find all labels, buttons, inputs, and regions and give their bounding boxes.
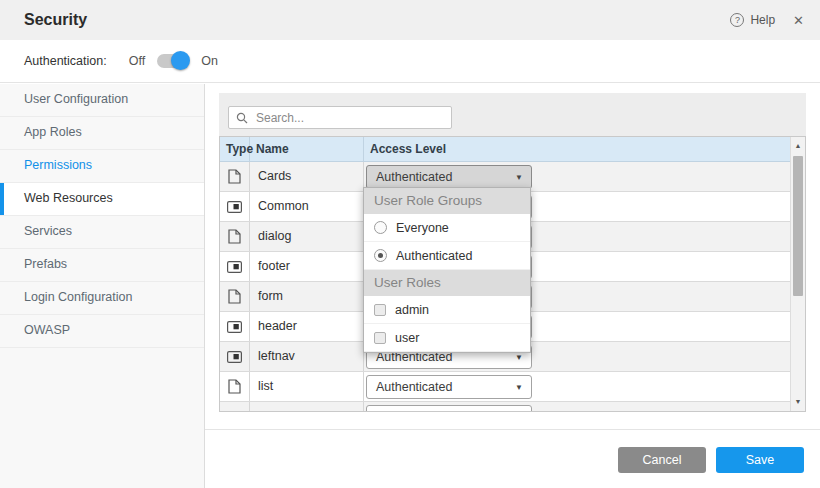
dropdown-option-user[interactable]: user — [364, 324, 530, 352]
table-row: listAuthenticated▼ — [220, 372, 790, 402]
access-level-select[interactable]: ▼ — [366, 405, 532, 412]
page-icon — [228, 379, 241, 394]
select-value: Authenticated — [376, 380, 452, 394]
authentication-toggle[interactable] — [157, 54, 187, 68]
page-icon — [228, 289, 241, 304]
help-label[interactable]: Help — [750, 13, 775, 27]
partial-icon — [227, 351, 242, 363]
access-level-select[interactable]: Authenticated▼ — [366, 165, 532, 189]
sidebar-item-services[interactable]: Services — [0, 216, 204, 249]
partial-icon — [227, 261, 242, 273]
toggle-off-label: Off — [129, 54, 145, 68]
checkbox-icon[interactable] — [374, 332, 386, 344]
name-cell: list — [250, 372, 364, 401]
sidebar-item-user-configuration[interactable]: User Configuration — [0, 84, 204, 117]
page-title: Security — [24, 0, 87, 40]
name-cell: form — [250, 282, 364, 311]
search-box[interactable] — [228, 106, 452, 129]
column-header-name: Name — [250, 137, 364, 162]
help-icon[interactable]: ? — [730, 13, 744, 27]
dropdown-option-authenticated[interactable]: Authenticated — [364, 242, 530, 270]
search-icon — [236, 112, 248, 124]
sidebar-item-login-configuration[interactable]: Login Configuration — [0, 282, 204, 315]
page-icon — [228, 169, 241, 184]
grid-toolbar — [219, 93, 806, 136]
column-header-type: Type — [220, 137, 250, 162]
dropdown-option-admin[interactable]: admin — [364, 296, 530, 324]
type-cell — [220, 402, 250, 412]
sidebar-item-app-roles[interactable]: App Roles — [0, 117, 204, 150]
scrollbar-thumb[interactable] — [793, 156, 803, 296]
authentication-row: Authentication: Off On — [0, 40, 820, 83]
sidebar: User ConfigurationApp RolesPermissionsWe… — [0, 84, 205, 488]
dropdown-group-header: User Role Groups — [364, 188, 530, 214]
footer-actions: Cancel Save — [608, 447, 804, 473]
sidebar-item-prefabs[interactable]: Prefabs — [0, 249, 204, 282]
type-cell — [220, 162, 250, 191]
name-cell: header — [250, 312, 364, 341]
dropdown-group-header: User Roles — [364, 270, 530, 296]
sidebar-item-permissions[interactable]: Permissions — [0, 150, 204, 183]
type-cell — [220, 252, 250, 281]
option-label: Everyone — [396, 221, 449, 235]
name-cell: Common — [250, 192, 364, 221]
toggle-knob[interactable] — [171, 51, 190, 70]
save-button[interactable]: Save — [716, 447, 804, 473]
sidebar-item-owasp[interactable]: OWASP — [0, 315, 204, 348]
checkbox-icon[interactable] — [374, 304, 386, 316]
partial-icon — [227, 201, 242, 213]
main-content: Type Name Access Level CardsAuthenticate… — [205, 84, 820, 488]
authentication-label: Authentication: — [24, 54, 107, 68]
type-cell — [220, 342, 250, 371]
select-value: Authenticated — [376, 170, 452, 184]
access-level-select[interactable]: Authenticated▼ — [366, 375, 532, 399]
search-input[interactable] — [254, 110, 438, 126]
access-level-dropdown: User Role GroupsEveryoneAuthenticatedUse… — [363, 187, 531, 353]
dropdown-option-everyone[interactable]: Everyone — [364, 214, 530, 242]
dialog-header: Security ? Help ✕ — [0, 0, 820, 40]
table-scrollbar[interactable]: ▲ ▼ — [790, 137, 805, 411]
access-cell: ▼ — [364, 402, 790, 412]
name-cell: dialog — [250, 222, 364, 251]
web-resources-grid: Type Name Access Level CardsAuthenticate… — [219, 93, 806, 412]
table-row: ▼ — [220, 402, 790, 412]
table-header-row: Type Name Access Level — [220, 137, 790, 162]
type-cell — [220, 372, 250, 401]
chevron-down-icon: ▼ — [515, 173, 523, 182]
radio-checked-icon[interactable] — [374, 249, 387, 262]
option-label: user — [395, 331, 419, 345]
footer-divider — [205, 429, 820, 430]
access-cell: Authenticated▼ — [364, 372, 790, 401]
option-label: admin — [395, 303, 429, 317]
name-cell — [250, 402, 364, 412]
toggle-on-label: On — [201, 54, 218, 68]
chevron-down-icon: ▼ — [515, 353, 523, 362]
partial-icon — [227, 321, 242, 333]
option-label: Authenticated — [396, 249, 472, 263]
name-cell: footer — [250, 252, 364, 281]
column-header-access: Access Level — [364, 137, 790, 162]
radio-icon[interactable] — [374, 221, 387, 234]
scroll-down-icon[interactable]: ▼ — [791, 395, 805, 409]
scroll-up-icon[interactable]: ▲ — [791, 139, 805, 153]
help-button[interactable]: ? Help — [730, 13, 775, 27]
type-cell — [220, 312, 250, 341]
name-cell: leftnav — [250, 342, 364, 371]
close-icon[interactable]: ✕ — [793, 13, 804, 28]
chevron-down-icon: ▼ — [515, 383, 523, 392]
type-cell — [220, 222, 250, 251]
name-cell: Cards — [250, 162, 364, 191]
cancel-button[interactable]: Cancel — [618, 447, 706, 473]
security-dialog: Security ? Help ✕ Authentication: Off On… — [0, 0, 820, 488]
type-cell — [220, 192, 250, 221]
page-icon — [228, 229, 241, 244]
sidebar-item-web-resources[interactable]: Web Resources — [0, 183, 204, 216]
type-cell — [220, 282, 250, 311]
